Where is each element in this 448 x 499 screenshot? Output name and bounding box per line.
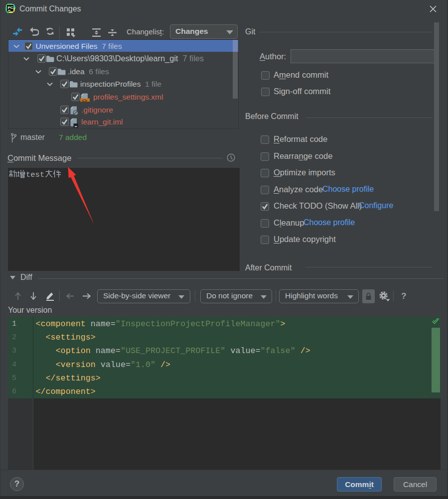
svg-text:<>: <> <box>82 99 87 102</box>
svg-text:PC: PC <box>8 5 13 10</box>
svg-text:test: test <box>26 170 44 179</box>
